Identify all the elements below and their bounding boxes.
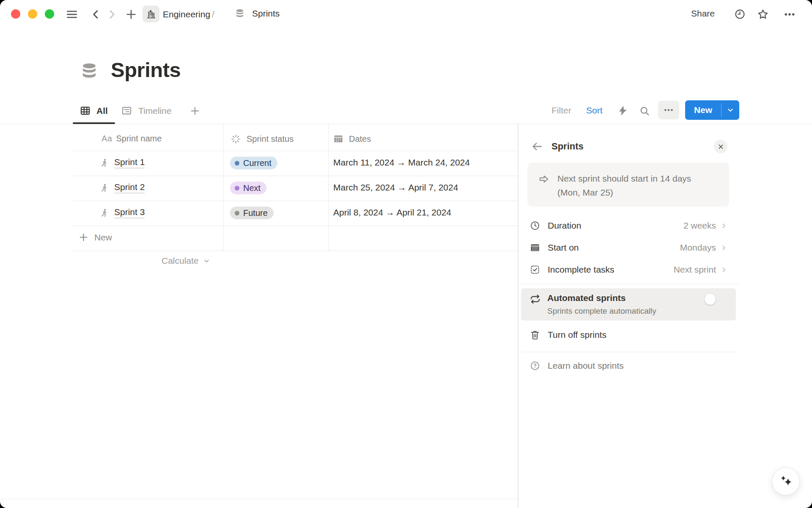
- page-icon[interactable]: [79, 61, 99, 83]
- table-line: [73, 251, 518, 251]
- ai-assistant-button[interactable]: [772, 467, 800, 495]
- tab-all[interactable]: All: [80, 105, 108, 116]
- favorite-button[interactable]: [757, 8, 769, 21]
- question-circle-icon: ?: [529, 360, 540, 371]
- database-icon: [79, 61, 99, 83]
- updates-button[interactable]: [734, 8, 746, 20]
- automations-button[interactable]: [617, 105, 629, 117]
- calculate-label: Calculate: [162, 256, 199, 266]
- sprint-icon: [99, 183, 110, 193]
- page-title[interactable]: Sprints: [111, 58, 181, 82]
- new-page-button[interactable]: [125, 8, 137, 21]
- turn-off-sprints-label: Turn off sprints: [548, 330, 606, 340]
- add-view-button[interactable]: [189, 105, 201, 117]
- sidebar-menu-button[interactable]: [66, 8, 78, 21]
- status-dot: [235, 161, 239, 166]
- learn-about-sprints-link[interactable]: ? Learn about sprints: [521, 355, 739, 377]
- table-line: [73, 226, 518, 226]
- database-icon: [234, 8, 245, 19]
- workspace-icon-box[interactable]: [143, 6, 159, 22]
- status-pill[interactable]: Future: [230, 207, 274, 219]
- nav-forward-button[interactable]: [106, 8, 118, 20]
- breadcrumb-page-icon: [234, 8, 245, 19]
- new-button-label[interactable]: New: [685, 100, 721, 120]
- timeline-view-icon: [121, 105, 132, 116]
- status-label: Future: [243, 208, 268, 218]
- more-options-button[interactable]: [783, 8, 796, 21]
- panel-section-divider: [521, 352, 739, 352]
- breadcrumb-workspace[interactable]: Engineering: [163, 9, 210, 19]
- banner-text: Next sprint should start in 14 days (Mon…: [557, 171, 720, 199]
- row-title-link[interactable]: Sprint 1: [114, 157, 145, 168]
- content-bottom-divider: [0, 499, 518, 499]
- plus-icon: [78, 232, 89, 243]
- column-label: Dates: [349, 134, 371, 144]
- view-options-button[interactable]: [658, 101, 679, 119]
- banner-line-1: Next sprint should start in 14 days: [557, 171, 720, 185]
- add-row-label: New: [94, 232, 112, 243]
- nav-back-button[interactable]: [90, 8, 102, 20]
- turn-off-sprints-button[interactable]: Turn off sprints: [521, 321, 739, 349]
- row-title-link[interactable]: Sprint 3: [114, 207, 145, 218]
- close-window-button[interactable]: [11, 9, 20, 19]
- chevron-right-icon: [106, 8, 118, 20]
- app-window: Engineering / Sprints Share Sprints All: [0, 0, 812, 508]
- calendar-icon: [529, 242, 540, 253]
- column-header-sprint-name[interactable]: Aa Sprint name: [102, 134, 162, 144]
- table-row[interactable]: Sprint 3 Future April 8, 2024 → April 21…: [73, 201, 518, 226]
- setting-incomplete-tasks[interactable]: Incomplete tasks Next sprint: [521, 259, 739, 281]
- calculate-button[interactable]: Calculate: [162, 256, 211, 266]
- svg-text:?: ?: [533, 363, 537, 369]
- breadcrumb-page[interactable]: Sprints: [252, 8, 280, 19]
- new-button-dropdown[interactable]: [721, 100, 739, 120]
- chevron-right-icon: [720, 266, 728, 274]
- close-icon: [718, 144, 724, 150]
- dates-cell[interactable]: April 8, 2024 → April 21, 2024: [333, 207, 451, 218]
- status-label: Current: [243, 158, 272, 168]
- table-row[interactable]: Sprint 2 Next March 25, 2024 → April 7, …: [73, 176, 518, 201]
- setting-duration[interactable]: Duration 2 weeks: [521, 215, 739, 237]
- ellipsis-icon: [783, 8, 796, 21]
- hamburger-icon: [66, 8, 78, 21]
- automated-sprints-row[interactable]: Automated sprints Sprints complete autom…: [521, 288, 736, 320]
- search-icon: [639, 105, 650, 117]
- panel-back-button[interactable]: [531, 141, 543, 152]
- chevron-right-icon: [720, 244, 728, 252]
- new-record-button[interactable]: New: [685, 100, 739, 120]
- toggle-knob: [705, 294, 716, 305]
- setting-start-on[interactable]: Start on Mondays: [521, 237, 739, 259]
- setting-label: Start on: [548, 243, 579, 253]
- column-header-sprint-status[interactable]: Sprint status: [230, 134, 294, 144]
- status-pill[interactable]: Next: [230, 182, 266, 194]
- status-pill[interactable]: Current: [230, 157, 277, 169]
- chevron-down-icon: [203, 257, 211, 265]
- filter-button[interactable]: Filter: [551, 105, 571, 116]
- column-label: Sprint status: [247, 134, 294, 144]
- add-row-button[interactable]: New: [78, 232, 112, 243]
- row-title-link[interactable]: Sprint 2: [114, 182, 145, 193]
- panel-title: Sprints: [551, 141, 584, 152]
- sort-button[interactable]: Sort: [586, 105, 603, 116]
- column-header-dates[interactable]: Dates: [333, 133, 371, 144]
- checkbox-dashed-icon: [529, 264, 540, 275]
- minimize-window-button[interactable]: [28, 9, 37, 19]
- status-label: Next: [243, 183, 261, 193]
- share-button[interactable]: Share: [691, 8, 715, 19]
- calendar-icon: [333, 133, 344, 144]
- dates-cell[interactable]: March 25, 2024 → April 7, 2024: [333, 182, 458, 193]
- panel-divider[interactable]: [518, 124, 518, 508]
- arrow-right-icon: [538, 173, 550, 185]
- arrow-left-icon: [531, 141, 543, 152]
- repeat-icon: [529, 293, 541, 305]
- dates-cell[interactable]: March 11, 2024 → March 24, 2024: [333, 157, 470, 168]
- search-button[interactable]: [639, 105, 650, 117]
- table-row[interactable]: Sprint 1 Current March 11, 2024 → March …: [73, 151, 518, 176]
- breadcrumb-separator: /: [212, 9, 214, 19]
- active-tab-underline: [73, 122, 115, 124]
- tab-timeline[interactable]: Timeline: [121, 105, 172, 116]
- chevron-left-icon: [90, 8, 102, 20]
- star-icon: [757, 8, 769, 21]
- status-dot: [235, 211, 239, 215]
- zoom-window-button[interactable]: [45, 9, 54, 19]
- panel-close-button[interactable]: [714, 140, 727, 153]
